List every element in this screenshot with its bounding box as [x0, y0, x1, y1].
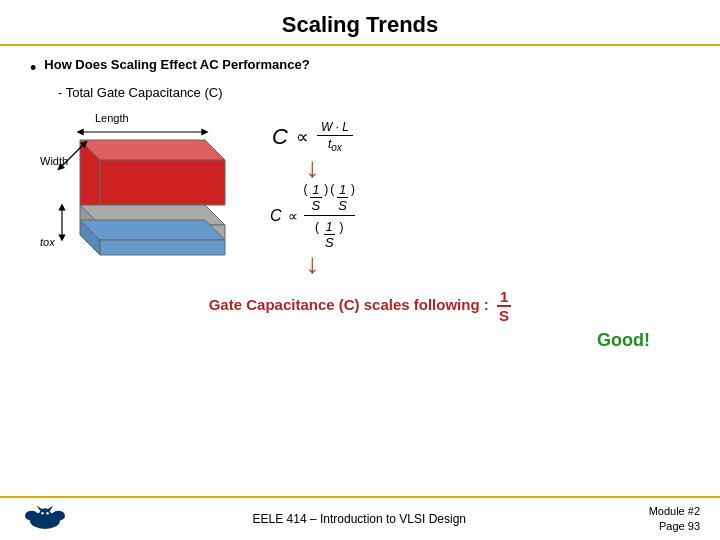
footer-right: Module #2 Page 93: [649, 504, 700, 535]
result-fraction-num: 1: [497, 288, 511, 307]
fraction-denominator: tox: [324, 136, 346, 153]
svg-marker-9: [100, 240, 225, 255]
bullet-line: • How Does Scaling Effect AC Performance…: [30, 56, 690, 81]
length-label: Length: [95, 112, 129, 124]
svg-point-19: [46, 512, 49, 515]
box-diagram: Length: [30, 110, 250, 270]
pf2-num: 1: [337, 182, 348, 198]
pf2: 1 S: [336, 182, 349, 213]
c-symbol: C: [272, 124, 288, 150]
svg-marker-17: [47, 506, 54, 511]
svg-marker-3: [100, 160, 225, 205]
svg-point-18: [41, 512, 44, 515]
big-fraction-denominator: ( 1 S ): [315, 216, 343, 250]
pf1-den: S: [310, 198, 323, 213]
pf3: 1 S: [323, 219, 336, 250]
footer-module: Module #2: [649, 504, 700, 519]
wl-fraction: W · L tox: [317, 120, 353, 153]
width-label: Width: [40, 155, 68, 167]
down-arrow-2: ↓: [305, 250, 319, 278]
pf3-den: S: [323, 235, 336, 250]
pf1-num: 1: [310, 182, 321, 198]
result-line1: Gate Capacitance (C) scales following :: [209, 296, 493, 313]
page-title: Scaling Trends: [20, 12, 700, 38]
c-symbol-2: C: [270, 207, 282, 225]
svg-point-13: [25, 511, 38, 521]
result-fraction-den: S: [499, 307, 509, 324]
pf1: 1 S: [310, 182, 323, 213]
diagram-area: Length: [30, 110, 690, 277]
result-text: Gate Capacitance (C) scales following : …: [209, 296, 512, 313]
proportional-symbol: ∝: [296, 126, 309, 148]
down-arrow-1: ↓: [305, 154, 319, 182]
footer-logo: [20, 504, 70, 534]
second-formula: C ∝ ( 1 S ) (: [270, 182, 355, 250]
svg-marker-7: [80, 220, 225, 240]
svg-point-14: [52, 511, 65, 521]
result-fraction: 1 S: [497, 288, 511, 324]
footer-page: Page 93: [649, 519, 700, 534]
sub-text: - Total Gate Capacitance (C): [58, 85, 690, 100]
pf2-den: S: [336, 198, 349, 213]
proportional-symbol-2: ∝: [288, 208, 298, 224]
formulas-area: C ∝ W · L tox ↓ C ∝: [270, 120, 355, 277]
scaling-fraction: ( 1 S ) ( 1 S ): [304, 182, 355, 250]
good-text: Good!: [30, 330, 650, 351]
fraction-numerator: W · L: [317, 120, 353, 136]
main-content: • How Does Scaling Effect AC Performance…: [0, 46, 720, 496]
bullet-text: How Does Scaling Effect AC Performance?: [44, 56, 309, 74]
footer-center-text: EELE 414 – Introduction to VLSI Design: [253, 512, 466, 526]
box-svg: [30, 110, 250, 270]
header: Scaling Trends: [0, 0, 720, 46]
result-area: Gate Capacitance (C) scales following : …: [30, 288, 690, 324]
svg-marker-1: [80, 140, 225, 160]
bullet-point: •: [30, 56, 36, 81]
pf3-num: 1: [324, 219, 335, 235]
first-formula: C ∝ W · L tox: [272, 120, 353, 153]
page-container: Scaling Trends • How Does Scaling Effect…: [0, 0, 720, 540]
big-fraction-numerator: ( 1 S ) ( 1 S ): [304, 182, 355, 216]
footer: EELE 414 – Introduction to VLSI Design M…: [0, 496, 720, 540]
svg-marker-16: [37, 506, 44, 511]
tox-label: tox: [40, 236, 55, 248]
